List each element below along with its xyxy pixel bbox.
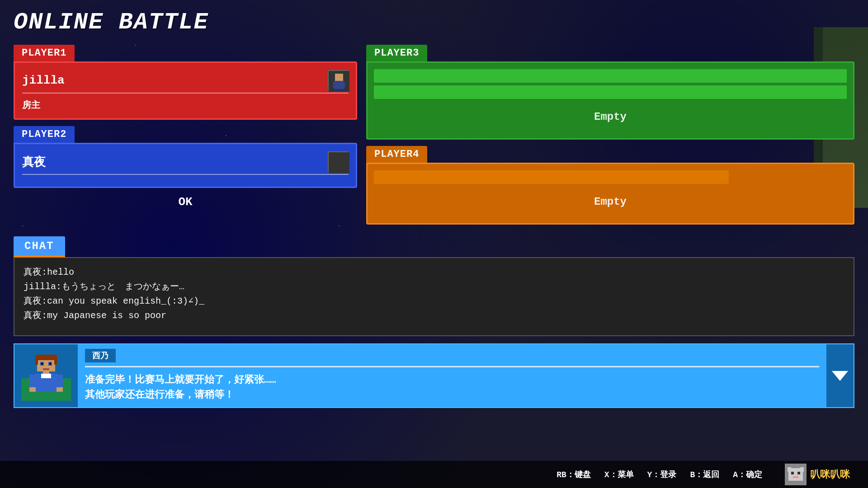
player2-ok-status: OK: [14, 192, 357, 212]
logo: 叭咪叭咪: [785, 464, 850, 485]
player2-card: 真夜: [14, 143, 357, 188]
svg-rect-5: [334, 89, 339, 92]
bottom-bar: RB：键盘 X：菜单 Y：登录 B：返回 A：确定 叭咪叭咪: [0, 461, 868, 488]
svg-rect-19: [43, 371, 49, 374]
player3-bar2: [374, 85, 847, 99]
svg-rect-17: [49, 363, 51, 365]
player1-avatar: [328, 70, 349, 91]
player4-bar1: [374, 170, 729, 184]
player3-card: Empty: [366, 61, 854, 140]
svg-rect-18: [43, 368, 49, 370]
char-avatar: [14, 344, 78, 407]
dialogue-text-2: 其他玩家还在进行准备，请稍等！: [85, 388, 819, 403]
player4-empty: Empty: [374, 187, 847, 217]
player2-section: PLAYER2 真夜: [14, 126, 357, 188]
svg-rect-6: [340, 89, 344, 92]
svg-rect-31: [797, 472, 800, 474]
chat-message-2: jillla:もうちょっと まつかなぁー…: [24, 280, 844, 294]
chat-box: 真夜:hello jillla:もうちょっと まつかなぁー… 真夜:can yo…: [14, 257, 854, 336]
char-name-badge: 西乃: [85, 349, 116, 362]
svg-rect-28: [788, 467, 791, 472]
logo-text: 叭咪叭咪: [810, 468, 850, 481]
dialogue-area: 西乃 准备完毕！比赛马上就要开始了，好紧张…… 其他玩家还在进行准备，请稍等！: [14, 343, 854, 408]
chat-tab[interactable]: CHAT: [14, 236, 65, 257]
svg-rect-30: [791, 472, 794, 474]
dialogue-input-bar: [85, 366, 819, 367]
player1-label: PLAYER1: [14, 45, 75, 61]
player3-empty: Empty: [374, 102, 847, 132]
player3-section: PLAYER3 Empty: [366, 45, 854, 140]
player4-label: PLAYER4: [366, 146, 427, 163]
chat-message-3: 真夜:can you speak english_(:3)∠)_: [24, 294, 844, 309]
logo-icon: [785, 464, 807, 485]
svg-rect-13: [54, 356, 57, 365]
dialogue-arrow-button[interactable]: [826, 344, 854, 407]
player3-label: PLAYER3: [366, 45, 427, 61]
control-rb: RB：键盘: [557, 469, 591, 480]
control-x: X：菜单: [604, 469, 634, 480]
svg-rect-12: [35, 356, 38, 365]
player3-bar1: [374, 69, 847, 83]
player1-name: jillla: [22, 74, 65, 87]
player1-role: 房主: [22, 97, 349, 113]
svg-rect-29: [800, 467, 804, 472]
svg-rect-24: [29, 387, 36, 392]
svg-rect-21: [41, 374, 51, 378]
player4-section: PLAYER4 Empty: [366, 146, 854, 225]
svg-rect-16: [41, 363, 43, 365]
svg-rect-32: [793, 476, 798, 478]
chat-message-4: 真夜:my Japanese is so poor: [24, 309, 844, 323]
svg-rect-23: [57, 375, 63, 388]
svg-rect-1: [335, 74, 343, 81]
svg-rect-22: [29, 375, 36, 388]
control-y: Y：登录: [647, 469, 677, 480]
svg-rect-25: [57, 387, 63, 392]
svg-rect-11: [36, 355, 56, 360]
svg-rect-7: [329, 152, 349, 173]
player2-label: PLAYER2: [14, 126, 75, 143]
svg-rect-3: [333, 82, 338, 88]
dialogue-text-1: 准备完毕！比赛马上就要开始了，好紧张……: [85, 373, 819, 388]
chat-message-1: 真夜:hello: [24, 265, 844, 280]
player2-avatar: [328, 151, 349, 172]
arrow-down-icon: [832, 371, 848, 381]
dialogue-content: 西乃 准备完毕！比赛马上就要开始了，好紧张…… 其他玩家还在进行准备，请稍等！: [78, 344, 826, 407]
control-b: B：返回: [690, 469, 719, 480]
chat-section: CHAT 真夜:hello jillla:もうちょっと まつかなぁー… 真夜:c…: [14, 236, 854, 336]
svg-rect-4: [340, 82, 345, 88]
control-a: A：确定: [733, 469, 762, 480]
page-title: ONLINE BATTLE: [14, 9, 854, 36]
player2-name: 真夜: [22, 154, 46, 170]
player1-section: PLAYER1 jillla: [14, 45, 357, 120]
player4-card: Empty: [366, 163, 854, 225]
player1-card: jillla: [14, 61, 357, 120]
